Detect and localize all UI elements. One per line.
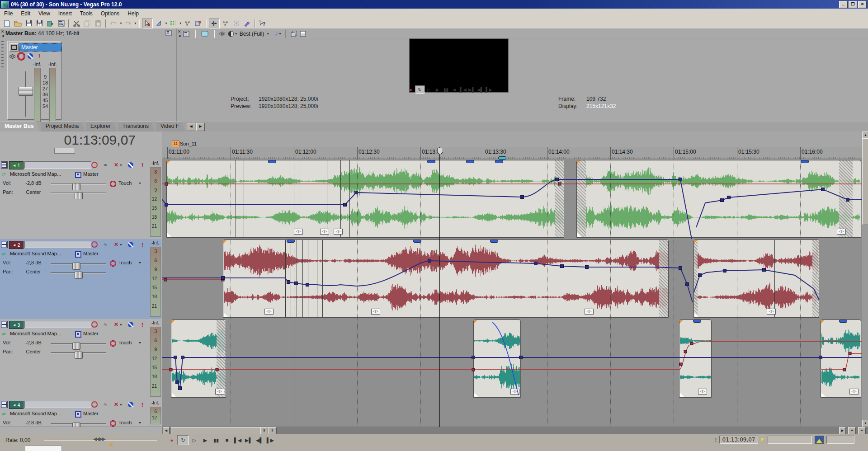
paste-button[interactable]: [93, 19, 103, 28]
chevron-down-icon[interactable]: ▼: [119, 22, 123, 25]
fx-icon[interactable]: !: [36, 52, 43, 60]
undo-button[interactable]: [108, 19, 118, 28]
project-properties-button[interactable]: ?: [34, 19, 44, 28]
automation-settings-icon[interactable]: [18, 52, 25, 60]
zoom-edge-handle[interactable]: ‖: [260, 427, 268, 434]
track-automation-icon[interactable]: ≈: [101, 401, 109, 408]
bus-label[interactable]: Master: [83, 411, 99, 416]
tab-project-media[interactable]: Project Media: [41, 122, 85, 132]
trim-tool-button[interactable]: [209, 19, 220, 28]
chevron-down-icon[interactable]: ▼: [235, 32, 238, 35]
record-arm-icon[interactable]: [90, 401, 99, 408]
track-2-lane[interactable]: ◁▷◁▷◁▷◁▷: [162, 239, 862, 319]
track-name-input[interactable]: [24, 321, 91, 328]
next-frame-button[interactable]: ▌▶: [485, 86, 493, 93]
chevron-down-icon[interactable]: ▼: [165, 22, 168, 25]
open-button[interactable]: [13, 19, 23, 28]
tab-transitions[interactable]: Transitions: [118, 122, 155, 132]
vertical-scroll-thumb[interactable]: [862, 138, 868, 225]
minimize-button[interactable]: _: [839, 1, 848, 8]
volume-slider[interactable]: [51, 343, 106, 344]
solo-icon[interactable]: [127, 401, 135, 408]
vol-value[interactable]: -2,8 dB: [20, 340, 47, 345]
stop-button[interactable]: ■: [450, 86, 459, 93]
split-screen-icon[interactable]: o[]o: [219, 31, 225, 36]
audio-device-label[interactable]: Microsoft Sound Map...: [10, 331, 61, 336]
tab-scroll-right-icon[interactable]: ▶: [196, 123, 205, 131]
chevron-down-icon[interactable]: ▼: [134, 22, 137, 25]
zoom-edge-handle[interactable]: ‖: [269, 427, 276, 434]
zoom-out-button[interactable]: −: [858, 427, 866, 434]
pause-button[interactable]: ▮▮: [211, 436, 222, 445]
automation-mode-label[interactable]: Touch: [118, 420, 132, 425]
previous-frame-button[interactable]: ◀▌: [476, 86, 485, 93]
fx-icon[interactable]: !: [138, 161, 146, 169]
volume-slider[interactable]: [51, 423, 106, 424]
tab-scroll-left-icon[interactable]: ◀: [187, 123, 195, 131]
audio-device-label[interactable]: Microsoft Sound Map...: [10, 171, 61, 177]
horizontal-scrollbar[interactable]: ◀ ‖ ‖ ▶ + −: [162, 427, 868, 434]
properties-button[interactable]: [56, 19, 66, 28]
record-arm-icon[interactable]: [90, 321, 99, 328]
vol-value[interactable]: -2,8 dB: [20, 260, 47, 265]
tab-video-f[interactable]: Video F: [156, 122, 185, 132]
properties-icon[interactable]: [183, 31, 189, 37]
close-button[interactable]: ✕: [858, 1, 867, 8]
record-arm-icon[interactable]: [90, 161, 99, 169]
record-button[interactable]: ●: [166, 436, 177, 445]
menu-file[interactable]: File: [0, 9, 17, 18]
menu-insert[interactable]: Insert: [54, 9, 76, 18]
vol-value[interactable]: -2,8 dB: [20, 180, 47, 186]
external-monitor-icon[interactable]: [201, 31, 208, 37]
bus-name-input[interactable]: Master: [19, 43, 62, 52]
pan-value[interactable]: Center: [20, 189, 47, 195]
tab-explorer[interactable]: Explorer: [86, 122, 117, 132]
cut-button[interactable]: [71, 19, 81, 28]
scroll-down-icon[interactable]: ▼: [862, 420, 868, 427]
copy-snapshot-icon[interactable]: [291, 31, 297, 37]
bus-assignment-icon[interactable]: [75, 172, 81, 178]
scroll-right-icon[interactable]: ▶: [839, 427, 846, 434]
loop-playback-button[interactable]: ↻: [177, 435, 189, 445]
automation-gear-icon[interactable]: [110, 421, 116, 426]
chain-tool-button[interactable]: [221, 19, 231, 28]
collapse-icon[interactable]: ◄: [1, 34, 5, 38]
track-minimize-icon[interactable]: [1, 321, 8, 328]
chevron-down-icon[interactable]: ▼: [278, 32, 282, 35]
pan-value[interactable]: Center: [20, 349, 47, 354]
go-to-end-button[interactable]: ▶▌: [467, 86, 476, 93]
volume-slider[interactable]: [51, 183, 106, 185]
playhead-cursor[interactable]: [439, 147, 440, 427]
next-frame-button[interactable]: ▌▶: [265, 436, 276, 445]
chevron-down-icon[interactable]: ▼: [138, 261, 142, 264]
track-automation-icon[interactable]: ≈: [101, 241, 109, 248]
loop-playback-button[interactable]: ↻: [415, 85, 425, 94]
track-name-input[interactable]: [24, 161, 91, 169]
import-media-button[interactable]: [45, 19, 55, 28]
automation-gear-icon[interactable]: [110, 261, 116, 266]
panel-grip[interactable]: [1, 41, 4, 68]
bus-label[interactable]: Master: [83, 171, 99, 177]
pan-slider-handle[interactable]: [75, 192, 83, 199]
track-number-badge[interactable]: ◄4: [9, 401, 24, 409]
plugin-chain-icon[interactable]: o[]o: [9, 52, 16, 60]
bus-assignment-icon[interactable]: [75, 331, 81, 338]
pan-slider-handle[interactable]: [75, 272, 83, 279]
play-from-start-button[interactable]: ▷: [189, 436, 200, 445]
chevron-down-icon[interactable]: ▼: [138, 341, 142, 344]
track-automation-icon[interactable]: ≈: [101, 161, 109, 169]
stop-button[interactable]: ■: [222, 436, 232, 445]
play-button[interactable]: ▶: [200, 436, 211, 445]
selection-edit-tool-button[interactable]: [168, 19, 178, 28]
volume-slider[interactable]: [51, 263, 106, 264]
zoom-in-button[interactable]: +: [848, 427, 856, 434]
track-1-lane[interactable]: ◁▷◁▷◁▷◁▷: [162, 160, 862, 240]
solo-icon[interactable]: [127, 161, 135, 169]
cursor-position-value[interactable]: 01:13:09,07: [719, 436, 758, 444]
pan-value[interactable]: Center: [20, 269, 47, 274]
save-button[interactable]: [24, 19, 33, 28]
tab-master-bus[interactable]: Master Bus: [0, 122, 40, 132]
save-snapshot-icon[interactable]: [300, 31, 306, 37]
menu-help[interactable]: Help: [123, 9, 143, 18]
fx-icon[interactable]: !: [138, 321, 146, 328]
